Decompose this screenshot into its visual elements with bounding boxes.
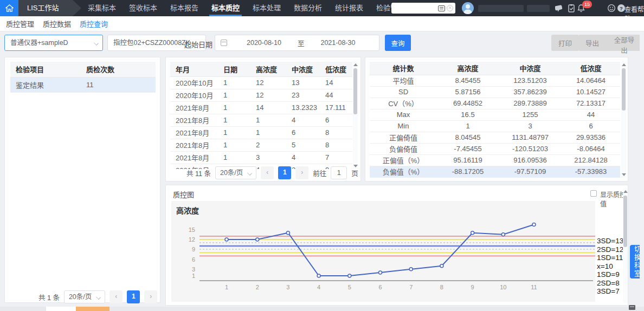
date-range-picker[interactable]: 2020-08-10 至 2021-08-30 xyxy=(215,35,379,51)
stats-scrollbar[interactable] xyxy=(621,62,626,178)
table-cell: 916.09536 xyxy=(499,154,562,166)
table-row[interactable]: Min136 xyxy=(370,120,620,132)
page-size-select[interactable]: 20条/页 xyxy=(64,290,105,303)
table-header-row: 年月日期高浓度中浓度低浓度 xyxy=(170,62,352,76)
data-table-scrollbar[interactable] xyxy=(353,62,358,169)
next-page-button[interactable]: › xyxy=(144,290,157,303)
table-cell: CV（%） xyxy=(370,98,437,109)
table-cell: 2 xyxy=(250,139,286,151)
table-row[interactable]: CV（%）69.44852289.7388972.13317 xyxy=(370,98,620,109)
search-input[interactable] xyxy=(391,5,438,11)
test-items-panel: 检验项目质检次数鉴定结果11 共 1 条 20条/页 ‹ 1 › xyxy=(4,57,160,303)
show-qc-values-checkbox[interactable] xyxy=(590,190,597,197)
scroll-up-icon[interactable] xyxy=(622,63,626,66)
top-navbar: LIS工作站 采集标本签收标本标本报告标本质控标本处理数据分析统计报表检验管理 … xyxy=(0,0,644,16)
next-page-button[interactable]: › xyxy=(295,166,308,179)
table-cell: 10.14527 xyxy=(562,86,620,98)
scrollbar-thumb[interactable] xyxy=(353,68,357,114)
prev-page-button[interactable]: ‹ xyxy=(261,166,274,179)
table-row[interactable]: 2021年8月1146 xyxy=(170,114,352,126)
nav-item[interactable]: 标本报告 xyxy=(170,0,198,16)
subnav-item[interactable]: 质控管理 xyxy=(6,18,34,29)
qc-package-select-value: 指控包02+CSZZ00008ZK xyxy=(113,39,190,47)
x-tick-label: 2 xyxy=(256,284,259,290)
subnav-item[interactable]: 质控数据 xyxy=(43,18,71,29)
table-row[interactable]: 2020年10月1121314 xyxy=(170,76,352,89)
goto-page-input[interactable] xyxy=(331,166,347,179)
table-row[interactable]: 正偏倚值8.045451131.4879729.93536 xyxy=(370,132,620,143)
date-start-value[interactable]: 2020-08-10 xyxy=(247,39,281,47)
table-cell: Min xyxy=(370,120,437,132)
scrollbar-thumb[interactable] xyxy=(623,196,627,247)
export-button[interactable]: 导出 xyxy=(578,35,606,51)
table-cell: 44 xyxy=(562,109,620,120)
table-row[interactable]: Max16.5125544 xyxy=(370,109,620,120)
scroll-up-icon[interactable] xyxy=(353,63,358,66)
query-button[interactable]: 查询 xyxy=(385,35,411,51)
table-cell: 16.5 xyxy=(437,109,499,120)
table-cell: 1 xyxy=(250,114,286,126)
column-header: 低浓度 xyxy=(320,62,352,76)
notification-badge[interactable]: 15 xyxy=(582,1,592,8)
table-row[interactable]: 负偏值（%）-88.17205-97.57109-57.33983 xyxy=(370,166,620,177)
page-1-button[interactable]: 1 xyxy=(278,166,291,179)
search-box[interactable]: ✕ xyxy=(391,3,455,14)
clear-icon[interactable]: ✕ xyxy=(447,5,453,11)
total-count: 共 11 条 xyxy=(186,168,211,178)
left-pagination: 共 1 条 20条/页 ‹ 1 › xyxy=(38,290,157,303)
nav-item[interactable]: 采集标本 xyxy=(88,0,116,16)
chat-icon[interactable] xyxy=(555,4,564,12)
column-header: 质检次数 xyxy=(81,62,156,77)
instrument-select[interactable]: 普通仪器+sampleD xyxy=(4,35,103,51)
instrument-select-value: 普通仪器+sampleD xyxy=(10,39,68,47)
page-1-button[interactable]: 1 xyxy=(127,290,140,303)
table-row[interactable]: 2021年8月1168 xyxy=(170,126,352,139)
sd-limit-label: 2SD=12 xyxy=(597,245,623,254)
x-tick-label: 3 xyxy=(286,284,289,290)
prev-page-button[interactable]: ‹ xyxy=(110,290,123,303)
table-cell: 12 xyxy=(250,89,286,101)
table-row[interactable]: 负偏倚值-7.45455-120.51203-8.06464 xyxy=(370,143,620,154)
subnav-item[interactable]: 质控查询 xyxy=(80,18,108,29)
table-row[interactable]: 2021年8月1258 xyxy=(170,139,352,151)
scan-card-icon[interactable] xyxy=(438,5,445,11)
scroll-up-icon[interactable] xyxy=(623,190,628,193)
smiley-icon[interactable] xyxy=(607,4,616,12)
table-cell: 289.73889 xyxy=(499,98,562,109)
nav-item[interactable]: 标本处理 xyxy=(253,0,281,16)
scrollbar-thumb[interactable] xyxy=(622,68,626,111)
clipboard-check-icon[interactable] xyxy=(567,4,576,12)
table-cell: Max xyxy=(370,109,437,120)
user-avatar[interactable] xyxy=(462,2,474,14)
page-size-select[interactable]: 20条/页 xyxy=(215,166,256,179)
nav-item[interactable]: 数据分析 xyxy=(294,0,322,16)
date-range-label: 起始日期 xyxy=(184,39,212,49)
chart-scrollbar[interactable] xyxy=(623,189,628,303)
table-cell: 8.45455 xyxy=(437,75,499,86)
table-cell: 14.06464 xyxy=(562,75,620,86)
sd-limit-label: 3SD=13 xyxy=(597,237,623,245)
date-end-value[interactable]: 2021-08-30 xyxy=(320,39,355,47)
table-row[interactable]: 鉴定结果11 xyxy=(10,77,156,92)
table-row[interactable]: 正偏值（%）95.16119916.09536212.84128 xyxy=(370,154,620,166)
nav-item[interactable]: 标本质控 xyxy=(211,0,240,16)
page-scrollbar[interactable] xyxy=(640,31,644,311)
print-button[interactable]: 打印 xyxy=(551,35,579,51)
home-button[interactable] xyxy=(0,0,18,16)
qc-chart-area: 高浓度 151296311234567891011 xyxy=(171,201,595,302)
scroll-down-icon[interactable] xyxy=(622,173,626,176)
app-brand: LIS工作站 xyxy=(18,0,81,16)
table-row[interactable]: 平均值8.45455123.5120314.06464 xyxy=(370,75,620,86)
person-icon xyxy=(462,2,474,14)
table-row[interactable]: 2020年10月1122344 xyxy=(170,89,352,101)
nav-item[interactable]: 统计报表 xyxy=(335,0,363,16)
nav-item[interactable]: 签收标本 xyxy=(129,0,157,16)
corner-widget-icon[interactable] xyxy=(629,305,635,310)
table-row[interactable]: 2021年8月1347 xyxy=(170,151,352,164)
table-cell: 2020年10月 xyxy=(170,89,218,101)
table-row[interactable]: 2021年8月11413.232317.111 xyxy=(170,101,352,114)
export-all-button[interactable]: 全部导出 xyxy=(604,35,644,51)
table-cell: 1 xyxy=(218,114,250,126)
sd-limit-label: 1SD=11 xyxy=(597,254,623,262)
table-row[interactable]: SD5.87156357.8623910.14527 xyxy=(370,86,620,98)
